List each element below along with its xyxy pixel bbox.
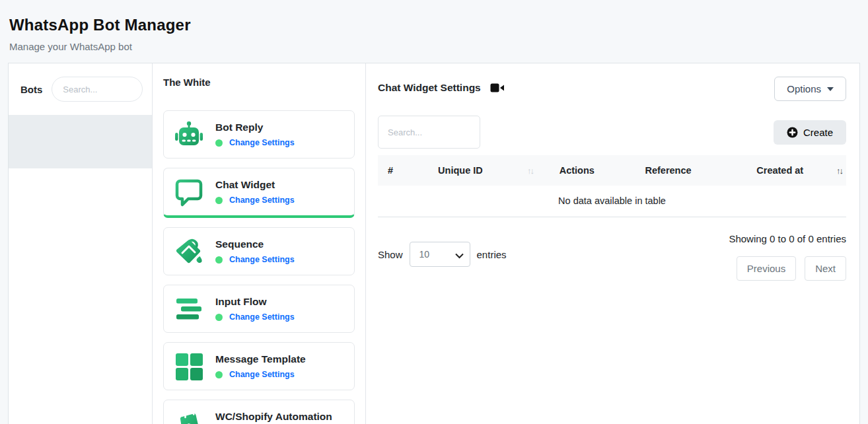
entries-label: entries [477,249,507,260]
menu-card-input-flow[interactable]: Input Flow Change Settings [163,285,355,333]
next-page-button[interactable]: Next [805,256,846,281]
chat-bubble-icon [173,176,205,208]
status-dot-icon [215,256,223,264]
column-header-actions[interactable]: Actions [537,165,617,176]
caret-down-icon [827,87,834,91]
page-size-select[interactable]: 10 [410,242,470,267]
column-header-label: Unique ID [438,165,483,176]
settings-title: Chat Widget Settings [378,82,481,94]
grid-icon [173,351,205,382]
bot-list-item-selected[interactable] [9,115,152,168]
create-button-label: Create [803,127,833,138]
page-title: WhatsApp Bot Manager [9,16,859,34]
bots-sidebar: Bots [9,63,153,424]
show-label: Show [378,249,403,260]
page-subtitle: Manage your WhatsApp bot [9,41,859,52]
menu-card-wc-shopify-automation[interactable]: WC/Shopify Automation Change Settings [163,400,355,424]
input-bars-icon [173,293,205,325]
plus-circle-icon [787,127,798,138]
settings-main-panel: Chat Widget Settings Options [366,63,859,424]
selected-bot-name: The White [163,77,355,88]
status-dot-icon [215,314,223,321]
paint-bucket-icon [173,236,205,267]
column-header-created-at[interactable]: Created at ↑↓ [720,165,846,176]
menu-card-title: Sequence [215,238,295,250]
status-dot-icon [215,197,223,204]
change-settings-link[interactable]: Change Settings [229,370,295,379]
menu-card-message-template[interactable]: Message Template Change Settings [163,342,355,390]
change-settings-link[interactable]: Change Settings [229,138,295,147]
options-button-label: Options [787,83,821,94]
video-camera-icon[interactable] [490,83,505,93]
change-settings-link[interactable]: Change Settings [229,312,295,322]
page-header: WhatsApp Bot Manager Manage your WhatsAp… [0,0,868,63]
menu-card-bot-reply[interactable]: Bot Reply Change Settings [163,110,355,159]
create-button[interactable]: Create [774,120,846,145]
showing-entries-text: Showing 0 to 0 of 0 entries [729,228,846,244]
change-settings-link[interactable]: Change Settings [229,195,295,205]
table-search-input[interactable] [378,116,480,149]
column-header-reference[interactable]: Reference [617,165,720,176]
menu-card-title: Chat Widget [215,179,295,191]
menu-card-sequence[interactable]: Sequence Change Settings [163,227,355,275]
menu-card-title: Message Template [215,353,306,365]
sort-icon[interactable]: ↑↓ [836,166,842,176]
column-header-unique-id[interactable]: Unique ID ↑↓ [434,165,537,176]
status-dot-icon [215,371,223,378]
settings-table: # Unique ID ↑↓ Actions Reference Created… [378,155,846,217]
sort-icon[interactable]: ↑↓ [527,166,533,176]
menu-card-title: WC/Shopify Automation [215,411,332,423]
bot-menu-panel: The White Bot Reply [153,63,366,424]
menu-card-title: Bot Reply [215,122,295,133]
bots-search-input[interactable] [52,77,143,102]
previous-page-button[interactable]: Previous [737,256,796,281]
bots-panel-title: Bots [20,84,42,95]
column-header-number[interactable]: # [378,165,434,176]
status-dot-icon [215,139,223,147]
content-panel: Bots The White [8,63,860,424]
shopify-bag-icon [173,408,205,424]
change-settings-link[interactable]: Change Settings [229,255,295,264]
table-header-row: # Unique ID ↑↓ Actions Reference Created… [378,155,846,186]
menu-card-chat-widget[interactable]: Chat Widget Change Settings [163,168,355,218]
options-button[interactable]: Options [774,77,846,101]
table-empty-message: No data available in table [378,186,846,217]
robot-icon [173,119,205,151]
column-header-label: Created at [724,165,836,176]
menu-card-title: Input Flow [215,296,295,308]
